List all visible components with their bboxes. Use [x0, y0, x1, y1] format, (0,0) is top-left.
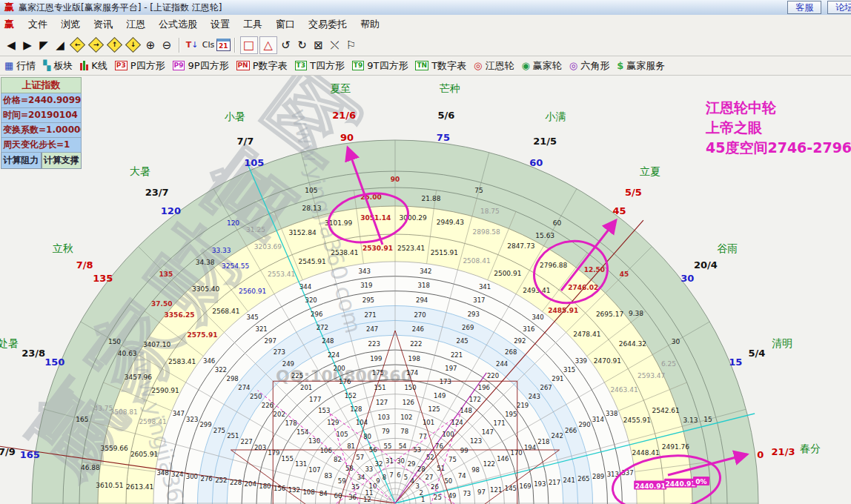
svg-text:348: 348 [156, 469, 168, 477]
svg-text:4: 4 [410, 477, 414, 485]
svg-text:270: 270 [414, 311, 426, 319]
arc-ccw-icon[interactable]: ↺ [279, 37, 294, 53]
svg-text:220: 220 [487, 372, 499, 379]
svg-text:130: 130 [308, 437, 320, 445]
svg-text:225: 225 [291, 372, 303, 379]
zoom-out-icon[interactable]: ⊖ [159, 37, 174, 53]
svg-text:2949.43: 2949.43 [437, 219, 464, 226]
toolbar-item-T四方形[interactable]: T3T四方形 [295, 59, 345, 73]
svg-text:102: 102 [400, 414, 412, 421]
svg-text:26: 26 [431, 483, 439, 491]
svg-text:103: 103 [378, 414, 390, 421]
arc-cw-icon[interactable]: ↻ [295, 37, 310, 53]
customer-service-button[interactable]: 客服 [787, 1, 821, 14]
svg-text:21/6: 21/6 [332, 110, 356, 121]
hexagon-icon: ◎ [569, 60, 577, 71]
svg-text:105: 105 [244, 157, 264, 168]
toolbar-item-六角形[interactable]: ◎六角形 [569, 59, 609, 73]
calc-resistance-button[interactable]: 计算阻力 [1, 153, 42, 169]
pan-down-icon[interactable]: ↓ [125, 37, 141, 53]
toolbar-item-label: 板块 [53, 59, 73, 73]
pan-up-icon[interactable]: ↑ [107, 37, 122, 53]
toolbar-item-T数字表[interactable]: TNT数字表 [415, 59, 466, 73]
svg-text:340: 340 [532, 314, 543, 321]
svg-text:217: 217 [549, 479, 560, 486]
svg-text:195: 195 [505, 411, 517, 418]
svg-text:147: 147 [482, 428, 494, 436]
calendar-icon[interactable]: 21 [216, 39, 231, 51]
toolbar-item-赢家轮[interactable]: ◉赢家轮 [521, 59, 561, 73]
toolbar-item-赢家服务[interactable]: $赢家服务 [617, 59, 665, 73]
svg-text:193: 193 [534, 480, 546, 488]
forward-icon[interactable]: ▶ [20, 37, 35, 53]
svg-text:2593.47: 2593.47 [638, 372, 665, 379]
svg-text:271: 271 [364, 311, 376, 319]
up-icon[interactable]: ◤ [36, 37, 51, 53]
menu-item-0[interactable]: 文件 [21, 17, 54, 31]
crosshair-icon[interactable]: ⤬ [328, 37, 342, 53]
toolbar-item-label: K线 [91, 59, 107, 73]
svg-text:126: 126 [403, 399, 414, 406]
pan-left-icon[interactable]: ← [70, 37, 85, 53]
svg-text:319: 319 [360, 282, 372, 289]
boxed-x-icon[interactable]: ⊠ [311, 37, 326, 53]
svg-text:196: 196 [478, 384, 490, 391]
down-icon[interactable]: ◢ [53, 37, 67, 53]
svg-text:135: 135 [93, 273, 113, 284]
toolbar-item-P数字表[interactable]: PNP数字表 [236, 59, 288, 73]
svg-text:291: 291 [552, 375, 563, 382]
svg-text:21.88: 21.88 [422, 195, 441, 202]
menu-item-7[interactable]: 窗口 [269, 17, 302, 31]
pan-right-icon[interactable]: → [88, 37, 104, 53]
svg-text:7/7: 7/7 [236, 136, 254, 147]
toolbar-item-P四方形[interactable]: P3P四方形 [115, 59, 165, 73]
svg-text:2: 2 [419, 489, 423, 497]
toolbar-item-9T四方形[interactable]: T99T四方形 [352, 59, 408, 73]
svg-text:73: 73 [463, 490, 471, 497]
svg-text:200: 200 [333, 365, 345, 372]
menu-item-9[interactable]: 帮助 [354, 17, 386, 31]
svg-text:174: 174 [406, 369, 418, 377]
menu-item-5[interactable]: 设置 [204, 17, 236, 31]
svg-text:299: 299 [199, 421, 211, 428]
svg-text:50: 50 [444, 477, 452, 485]
svg-text:3000.29: 3000.29 [400, 214, 427, 222]
svg-text:324: 324 [171, 471, 183, 478]
svg-text:156: 156 [274, 485, 285, 492]
cls-button[interactable]: Cls [201, 37, 216, 53]
t-down-icon[interactable]: T↓ [185, 37, 199, 53]
menu-item-8[interactable]: 交易委托 [302, 17, 354, 31]
flag-icon[interactable]: ⚐ [344, 37, 359, 53]
svg-text:121: 121 [490, 486, 502, 494]
svg-text:清明: 清明 [772, 337, 792, 349]
coef-row: 变换系数=1.00000 [1, 123, 82, 138]
svg-text:151: 151 [374, 384, 385, 391]
svg-text:78: 78 [400, 428, 408, 435]
toolbar-item-江恩轮[interactable]: ◎江恩轮 [474, 59, 514, 73]
toolbar-item-K线[interactable]: K线 [80, 59, 107, 73]
svg-text:323: 323 [186, 416, 198, 423]
toolbar-item-板块[interactable]: ▚板块 [43, 59, 73, 73]
svg-text:74: 74 [458, 472, 466, 480]
svg-text:320: 320 [305, 296, 317, 304]
toolbar-item-行情[interactable]: ▦行情 [4, 59, 36, 73]
triangle-tool-icon[interactable]: △ [259, 36, 277, 54]
rect-tool-icon[interactable]: □ [240, 36, 258, 54]
menu-item-2[interactable]: 资讯 [87, 17, 119, 31]
svg-text:80: 80 [363, 433, 371, 440]
menu-item-1[interactable]: 浏览 [54, 17, 87, 31]
svg-text:2448.41: 2448.41 [632, 449, 660, 457]
zoom-in-icon[interactable]: ⊕ [143, 37, 158, 53]
menu-item-4[interactable]: 公式选股 [152, 17, 204, 31]
menu-item-3[interactable]: 江恩 [119, 17, 152, 31]
forum-button[interactable]: 论坛 [827, 1, 851, 14]
svg-text:3051.14: 3051.14 [360, 214, 391, 222]
back-icon[interactable]: ◀ [4, 37, 19, 53]
toolbar-item-9P四方形[interactable]: P99P四方形 [173, 59, 229, 73]
svg-text:5/6: 5/6 [437, 110, 454, 121]
svg-text:9.38: 9.38 [629, 310, 643, 317]
toolbar-item-label: P四方形 [130, 59, 165, 73]
menu-item-6[interactable]: 工具 [236, 17, 269, 31]
calc-support-button[interactable]: 计算支撑 [42, 153, 82, 169]
svg-text:346: 346 [203, 357, 215, 365]
